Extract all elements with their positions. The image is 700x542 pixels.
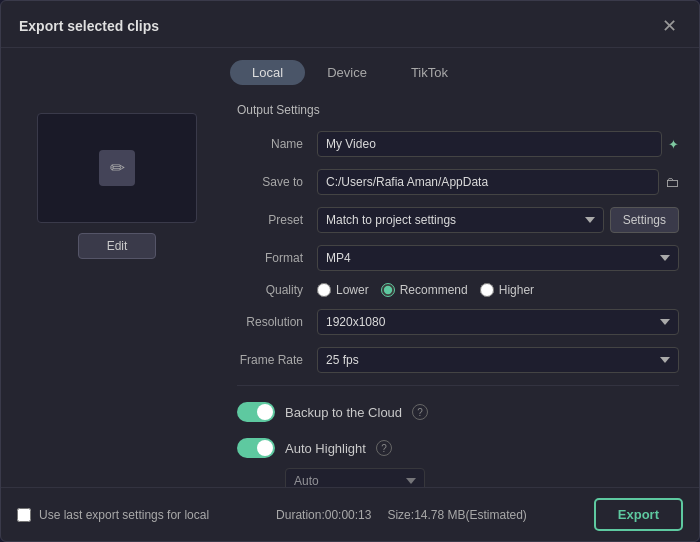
tab-local[interactable]: Local: [230, 60, 305, 85]
frame-rate-select[interactable]: 25 fps: [317, 347, 679, 373]
preview-thumbnail: ✏: [37, 113, 197, 223]
quality-lower-label: Lower: [336, 283, 369, 297]
preset-row: Preset Match to project settings Setting…: [237, 207, 679, 233]
preset-label: Preset: [237, 213, 317, 227]
auto-highlight-help-icon[interactable]: ?: [376, 440, 392, 456]
duration-label: Duration:00:00:13: [276, 508, 371, 522]
save-to-row: Save to 🗀: [237, 169, 679, 195]
format-row: Format MP4: [237, 245, 679, 271]
name-input-row: ✦: [317, 131, 679, 157]
size-label: Size:14.78 MB(Estimated): [387, 508, 526, 522]
save-to-input-row: 🗀: [317, 169, 679, 195]
format-label: Format: [237, 251, 317, 265]
footer-left: Use last export settings for local: [17, 508, 209, 522]
quality-recommend-label: Recommend: [400, 283, 468, 297]
auto-select[interactable]: Auto: [285, 468, 425, 487]
quality-higher-label: Higher: [499, 283, 534, 297]
name-label: Name: [237, 137, 317, 151]
ai-icon[interactable]: ✦: [668, 137, 679, 152]
quality-recommend[interactable]: Recommend: [381, 283, 468, 297]
settings-button[interactable]: Settings: [610, 207, 679, 233]
name-row: Name ✦: [237, 131, 679, 157]
footer-info: Duration:00:00:13 Size:14.78 MB(Estimate…: [276, 508, 527, 522]
preset-input-row: Match to project settings Settings: [317, 207, 679, 233]
preset-select[interactable]: Match to project settings: [317, 207, 604, 233]
resolution-select[interactable]: 1920x1080: [317, 309, 679, 335]
export-button[interactable]: Export: [594, 498, 683, 531]
backup-cloud-toggle[interactable]: [237, 402, 275, 422]
dialog-header: Export selected clips ✕: [1, 1, 699, 48]
tab-device[interactable]: Device: [305, 60, 389, 85]
save-to-label: Save to: [237, 175, 317, 189]
backup-cloud-row: Backup to the Cloud ?: [237, 398, 679, 426]
dialog-title: Export selected clips: [19, 18, 159, 34]
pencil-icon: ✏: [99, 150, 135, 186]
auto-highlight-label: Auto Highlight: [285, 441, 366, 456]
quality-row: Quality Lower Recommend Higher: [237, 283, 679, 297]
resolution-label: Resolution: [237, 315, 317, 329]
quality-higher[interactable]: Higher: [480, 283, 534, 297]
tab-tiktok[interactable]: TikTok: [389, 60, 470, 85]
section-title: Output Settings: [237, 103, 679, 117]
backup-help-icon[interactable]: ?: [412, 404, 428, 420]
use-last-settings-label: Use last export settings for local: [39, 508, 209, 522]
edit-button[interactable]: Edit: [78, 233, 157, 259]
auto-highlight-toggle[interactable]: [237, 438, 275, 458]
frame-rate-label: Frame Rate: [237, 353, 317, 367]
tab-bar: Local Device TikTok: [1, 48, 699, 93]
quality-lower[interactable]: Lower: [317, 283, 369, 297]
close-button[interactable]: ✕: [658, 15, 681, 37]
auto-select-row: Auto: [285, 468, 679, 487]
quality-options: Lower Recommend Higher: [317, 283, 679, 297]
format-select[interactable]: MP4: [317, 245, 679, 271]
save-to-input[interactable]: [317, 169, 659, 195]
quality-label: Quality: [237, 283, 317, 297]
divider: [237, 385, 679, 386]
resolution-row: Resolution 1920x1080: [237, 309, 679, 335]
export-dialog: Export selected clips ✕ Local Device Tik…: [0, 0, 700, 542]
backup-cloud-label: Backup to the Cloud: [285, 405, 402, 420]
frame-rate-row: Frame Rate 25 fps: [237, 347, 679, 373]
name-input[interactable]: [317, 131, 662, 157]
auto-highlight-row: Auto Highlight ?: [237, 434, 679, 462]
left-panel: ✏ Edit: [17, 103, 217, 487]
content-area: ✏ Edit Output Settings Name ✦ Save to 🗀: [1, 93, 699, 487]
folder-icon[interactable]: 🗀: [665, 174, 679, 190]
right-panel: Output Settings Name ✦ Save to 🗀 Prese: [217, 103, 683, 487]
use-last-settings-checkbox[interactable]: [17, 508, 31, 522]
footer: Use last export settings for local Durat…: [1, 487, 699, 541]
